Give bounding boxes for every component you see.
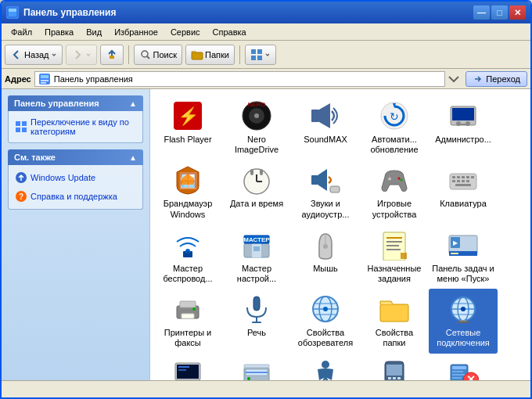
svg-rect-45	[330, 186, 340, 192]
maximize-button[interactable]: □	[491, 5, 508, 20]
icon-sound[interactable]: SoundMAX	[291, 95, 360, 160]
back-button[interactable]: Назад	[5, 45, 63, 65]
gamepad-label: Игровые устройства	[363, 199, 426, 219]
svg-rect-126	[452, 371, 463, 372]
forward-button[interactable]	[66, 45, 97, 65]
gamepad-icon	[379, 164, 410, 196]
datetime-icon	[241, 164, 272, 196]
icon-printers[interactable]: Принтеры и факсы	[153, 289, 222, 353]
sound-icon	[310, 100, 341, 131]
autoupdate-label: Автомати... обновление	[363, 135, 426, 155]
back-label: Назад	[24, 50, 49, 59]
wireless-icon	[172, 229, 203, 261]
minimize-button[interactable]: —	[473, 5, 490, 20]
menu-view[interactable]: Вид	[80, 26, 108, 38]
svg-rect-17	[22, 128, 27, 132]
svg-rect-12	[41, 80, 49, 81]
icon-nero[interactable]: NERONero ImageDrive	[222, 95, 291, 160]
address-label: Адрес	[5, 74, 31, 84]
svg-rect-74	[386, 245, 399, 246]
menu-service[interactable]: Сервис	[164, 26, 207, 38]
svg-rect-16	[16, 128, 20, 132]
svg-rect-109	[178, 369, 186, 371]
svg-text:⚡: ⚡	[178, 106, 200, 127]
svg-rect-27	[311, 110, 319, 122]
icon-addremove[interactable]: ✕Установка и удаление...	[429, 354, 498, 381]
sidebar-header-see-also[interactable]: См. также ▲	[8, 149, 143, 165]
svg-rect-14	[16, 121, 20, 126]
icon-taskbar[interactable]: ▶Панель задач и меню «Пуск»	[429, 225, 498, 289]
icon-access[interactable]: Специальные возможности	[291, 354, 360, 381]
menu-edit[interactable]: Правка	[38, 26, 80, 38]
icon-scanner[interactable]: Сканеры и камеры	[222, 354, 291, 381]
icon-autoupdate[interactable]: ↻Автомати... обновление	[360, 95, 429, 160]
ieoptions-label: Свойства обозревателя	[294, 328, 357, 348]
go-button[interactable]: Переход	[466, 71, 527, 87]
icon-wizard[interactable]: МАСТЕРМастер настрой...	[222, 225, 291, 289]
svg-rect-2	[110, 56, 114, 59]
folders-label: Свойства папки	[363, 328, 426, 348]
svg-rect-47	[390, 178, 391, 181]
svg-rect-127	[452, 374, 465, 376]
tasks-label: Назначенные задания	[363, 264, 426, 284]
svg-marker-76	[401, 253, 407, 259]
svg-text:✕: ✕	[466, 373, 476, 381]
icon-datetime[interactable]: Дата и время	[222, 160, 291, 224]
icon-keyboard[interactable]: Клавиатура	[429, 160, 498, 224]
help-support-link[interactable]: ? Справка и поддержка	[15, 189, 136, 204]
firewall-icon: 🪟	[172, 164, 203, 196]
svg-rect-59	[466, 180, 469, 182]
icon-admin[interactable]: Администро...	[429, 95, 498, 160]
svg-rect-53	[462, 176, 465, 178]
switch-category-link[interactable]: Переключение к виду по категориям	[15, 116, 136, 138]
windows-update-icon	[15, 171, 27, 184]
up-button[interactable]	[100, 45, 124, 65]
wizard-label: Мастер настрой...	[225, 264, 288, 284]
svg-text:МАСТЕР: МАСТЕР	[243, 236, 270, 243]
svg-rect-123	[397, 377, 401, 379]
icon-wireless[interactable]: Мастер беспровод...	[153, 225, 222, 289]
svg-marker-28	[319, 103, 330, 128]
speech-label: Речь	[247, 328, 266, 338]
menu-help[interactable]: Справка	[207, 26, 253, 38]
icon-flash[interactable]: ⚡Flash Player	[153, 95, 222, 160]
svg-rect-114	[244, 365, 269, 368]
svg-rect-72	[386, 237, 402, 239]
folders-button[interactable]: Папки	[185, 45, 235, 65]
sidebar-body-see-also: Windows Update ? Справка и поддержка	[8, 165, 143, 210]
icon-ieoptions[interactable]: Свойства обозревателя	[291, 289, 360, 353]
icon-network[interactable]: Сетевые подключения	[429, 289, 498, 353]
address-dropdown-icon[interactable]	[448, 73, 460, 85]
icon-mouse[interactable]: Мышь	[291, 225, 360, 289]
view-button[interactable]	[245, 45, 276, 65]
windows-update-link[interactable]: Windows Update	[15, 170, 136, 185]
autoupdate-icon: ↻	[379, 100, 410, 131]
svg-rect-79	[451, 253, 458, 254]
icon-sound2[interactable]: Звуки и аудиоустр...	[291, 160, 360, 224]
icon-system[interactable]: Система	[153, 354, 222, 381]
window-icon	[6, 6, 19, 19]
printers-icon	[172, 293, 203, 325]
close-button[interactable]: ✕	[509, 5, 526, 20]
icon-folders[interactable]: Свойства папки	[360, 289, 429, 353]
menu-favorites[interactable]: Избранное	[108, 26, 164, 38]
sidebar-collapse-arrow-2: ▲	[129, 153, 137, 162]
switch-category-label: Переключение к виду по категориям	[31, 117, 136, 136]
sidebar-header-control-panel[interactable]: Панель управления ▲	[8, 95, 143, 111]
svg-rect-108	[178, 366, 189, 368]
tasks-icon	[379, 229, 410, 261]
icon-gamepad[interactable]: Игровые устройства	[360, 160, 429, 224]
icon-firewall[interactable]: 🪟Брандмауэр Windows	[153, 160, 222, 224]
svg-rect-11	[41, 75, 49, 78]
speech-icon	[241, 293, 272, 325]
search-button[interactable]: Поиск	[134, 45, 182, 65]
icon-tasks[interactable]: Назначенные задания	[360, 225, 429, 289]
mouse-label: Мышь	[313, 264, 338, 274]
svg-rect-84	[182, 314, 194, 318]
svg-point-113	[247, 377, 250, 380]
address-input[interactable]: Панель управления	[34, 71, 446, 87]
menu-file[interactable]: Файл	[5, 26, 38, 38]
icon-phone[interactable]: Телефон и модем	[360, 354, 429, 381]
sound2-label: Звуки и аудиоустр...	[294, 199, 357, 219]
icon-speech[interactable]: Речь	[222, 289, 291, 353]
